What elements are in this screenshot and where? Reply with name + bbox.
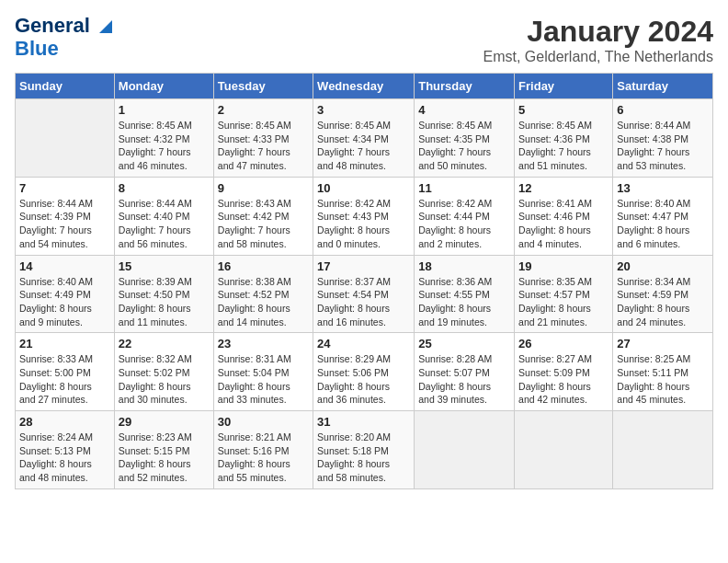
calendar-day-cell — [16, 99, 115, 178]
calendar-day-cell: 30Sunrise: 8:21 AM Sunset: 5:16 PM Dayli… — [213, 411, 313, 489]
calendar-day-cell — [515, 411, 613, 489]
header: General Blue January 2024 Emst, Gelderla… — [15, 15, 713, 65]
calendar-day-cell: 6Sunrise: 8:44 AM Sunset: 4:38 PM Daylig… — [613, 99, 713, 178]
svg-marker-0 — [99, 20, 112, 33]
day-number: 24 — [317, 337, 410, 350]
day-number: 1 — [119, 103, 210, 117]
day-number: 22 — [119, 337, 210, 350]
calendar-day-cell: 20Sunrise: 8:34 AM Sunset: 4:59 PM Dayli… — [613, 255, 713, 333]
day-info: Sunrise: 8:45 AM Sunset: 4:34 PM Dayligh… — [317, 119, 410, 173]
calendar-day-cell: 1Sunrise: 8:45 AM Sunset: 4:32 PM Daylig… — [114, 99, 213, 178]
day-info: Sunrise: 8:36 AM Sunset: 4:55 PM Dayligh… — [418, 275, 510, 329]
day-info: Sunrise: 8:45 AM Sunset: 4:35 PM Dayligh… — [418, 119, 510, 173]
weekday-header-cell: Wednesday — [313, 74, 415, 99]
calendar-day-cell: 23Sunrise: 8:31 AM Sunset: 5:04 PM Dayli… — [213, 333, 313, 411]
calendar-day-cell: 22Sunrise: 8:32 AM Sunset: 5:02 PM Dayli… — [114, 333, 213, 411]
day-number: 7 — [19, 181, 110, 195]
day-info: Sunrise: 8:45 AM Sunset: 4:33 PM Dayligh… — [218, 119, 309, 173]
calendar-day-cell: 9Sunrise: 8:43 AM Sunset: 4:42 PM Daylig… — [213, 177, 313, 255]
day-info: Sunrise: 8:37 AM Sunset: 4:54 PM Dayligh… — [317, 275, 410, 329]
title-area: January 2024 Emst, Gelderland, The Nethe… — [483, 15, 714, 65]
day-number: 27 — [617, 337, 709, 350]
calendar-day-cell: 19Sunrise: 8:35 AM Sunset: 4:57 PM Dayli… — [515, 255, 613, 333]
day-number: 14 — [19, 259, 110, 273]
day-number: 28 — [19, 415, 110, 429]
day-number: 29 — [119, 415, 210, 429]
day-info: Sunrise: 8:28 AM Sunset: 5:07 PM Dayligh… — [418, 352, 510, 407]
day-number: 21 — [19, 337, 110, 350]
calendar-day-cell — [415, 411, 515, 489]
calendar-day-cell — [613, 411, 713, 489]
day-number: 23 — [218, 337, 309, 350]
calendar-day-cell: 11Sunrise: 8:42 AM Sunset: 4:44 PM Dayli… — [415, 177, 515, 255]
day-number: 11 — [418, 181, 510, 195]
calendar-body: 1Sunrise: 8:45 AM Sunset: 4:32 PM Daylig… — [16, 99, 713, 489]
calendar-day-cell: 13Sunrise: 8:40 AM Sunset: 4:47 PM Dayli… — [613, 177, 713, 255]
day-info: Sunrise: 8:42 AM Sunset: 4:43 PM Dayligh… — [317, 197, 410, 251]
day-info: Sunrise: 8:34 AM Sunset: 4:59 PM Dayligh… — [617, 275, 709, 329]
logo: General Blue — [15, 15, 114, 61]
calendar-week-row: 28Sunrise: 8:24 AM Sunset: 5:13 PM Dayli… — [16, 411, 713, 489]
day-number: 8 — [119, 181, 210, 195]
day-number: 9 — [218, 181, 309, 195]
calendar-day-cell: 2Sunrise: 8:45 AM Sunset: 4:33 PM Daylig… — [213, 99, 313, 178]
day-number: 12 — [518, 181, 609, 195]
day-info: Sunrise: 8:39 AM Sunset: 4:50 PM Dayligh… — [119, 275, 210, 329]
day-number: 26 — [518, 337, 609, 350]
calendar-day-cell: 21Sunrise: 8:33 AM Sunset: 5:00 PM Dayli… — [16, 333, 115, 411]
calendar-week-row: 7Sunrise: 8:44 AM Sunset: 4:39 PM Daylig… — [16, 177, 713, 255]
day-info: Sunrise: 8:44 AM Sunset: 4:40 PM Dayligh… — [119, 197, 210, 251]
day-info: Sunrise: 8:45 AM Sunset: 4:36 PM Dayligh… — [518, 119, 609, 173]
month-title: January 2024 — [483, 15, 714, 49]
day-number: 15 — [119, 259, 210, 273]
day-number: 30 — [218, 415, 309, 429]
day-number: 17 — [317, 259, 410, 273]
calendar-table: SundayMondayTuesdayWednesdayThursdayFrid… — [15, 73, 713, 489]
day-number: 20 — [617, 259, 709, 273]
calendar-day-cell: 27Sunrise: 8:25 AM Sunset: 5:11 PM Dayli… — [613, 333, 713, 411]
day-info: Sunrise: 8:21 AM Sunset: 5:16 PM Dayligh… — [218, 431, 309, 485]
weekday-header-cell: Sunday — [16, 74, 115, 99]
day-info: Sunrise: 8:40 AM Sunset: 4:47 PM Dayligh… — [617, 197, 709, 251]
day-info: Sunrise: 8:32 AM Sunset: 5:02 PM Dayligh… — [119, 352, 210, 407]
calendar-week-row: 1Sunrise: 8:45 AM Sunset: 4:32 PM Daylig… — [16, 99, 713, 178]
day-number: 2 — [218, 103, 309, 117]
calendar-week-row: 21Sunrise: 8:33 AM Sunset: 5:00 PM Dayli… — [16, 333, 713, 411]
calendar-day-cell: 26Sunrise: 8:27 AM Sunset: 5:09 PM Dayli… — [515, 333, 613, 411]
weekday-header-cell: Tuesday — [213, 74, 313, 99]
weekday-header-cell: Thursday — [415, 74, 515, 99]
day-info: Sunrise: 8:20 AM Sunset: 5:18 PM Dayligh… — [317, 431, 410, 485]
day-number: 5 — [518, 103, 609, 117]
calendar-day-cell: 8Sunrise: 8:44 AM Sunset: 4:40 PM Daylig… — [114, 177, 213, 255]
day-number: 19 — [518, 259, 609, 273]
day-number: 31 — [317, 415, 410, 429]
calendar-day-cell: 18Sunrise: 8:36 AM Sunset: 4:55 PM Dayli… — [415, 255, 515, 333]
day-info: Sunrise: 8:31 AM Sunset: 5:04 PM Dayligh… — [218, 352, 309, 407]
calendar-day-cell: 4Sunrise: 8:45 AM Sunset: 4:35 PM Daylig… — [415, 99, 515, 178]
day-number: 3 — [317, 103, 410, 117]
day-info: Sunrise: 8:25 AM Sunset: 5:11 PM Dayligh… — [617, 352, 709, 407]
day-info: Sunrise: 8:44 AM Sunset: 4:38 PM Dayligh… — [617, 119, 709, 173]
weekday-header-row: SundayMondayTuesdayWednesdayThursdayFrid… — [16, 74, 713, 99]
calendar-day-cell: 29Sunrise: 8:23 AM Sunset: 5:15 PM Dayli… — [114, 411, 213, 489]
day-number: 4 — [418, 103, 510, 117]
day-number: 13 — [617, 181, 709, 195]
day-number: 10 — [317, 181, 410, 195]
calendar-day-cell: 14Sunrise: 8:40 AM Sunset: 4:49 PM Dayli… — [16, 255, 115, 333]
day-info: Sunrise: 8:33 AM Sunset: 5:00 PM Dayligh… — [19, 352, 110, 407]
calendar-day-cell: 17Sunrise: 8:37 AM Sunset: 4:54 PM Dayli… — [313, 255, 415, 333]
location-title: Emst, Gelderland, The Netherlands — [483, 49, 714, 65]
calendar-week-row: 14Sunrise: 8:40 AM Sunset: 4:49 PM Dayli… — [16, 255, 713, 333]
day-info: Sunrise: 8:41 AM Sunset: 4:46 PM Dayligh… — [518, 197, 609, 251]
calendar-day-cell: 12Sunrise: 8:41 AM Sunset: 4:46 PM Dayli… — [515, 177, 613, 255]
day-number: 25 — [418, 337, 510, 350]
calendar-day-cell: 25Sunrise: 8:28 AM Sunset: 5:07 PM Dayli… — [415, 333, 515, 411]
calendar-day-cell: 31Sunrise: 8:20 AM Sunset: 5:18 PM Dayli… — [313, 411, 415, 489]
day-info: Sunrise: 8:24 AM Sunset: 5:13 PM Dayligh… — [19, 431, 110, 485]
day-info: Sunrise: 8:45 AM Sunset: 4:32 PM Dayligh… — [119, 119, 210, 173]
calendar-day-cell: 10Sunrise: 8:42 AM Sunset: 4:43 PM Dayli… — [313, 177, 415, 255]
day-number: 6 — [617, 103, 709, 117]
day-info: Sunrise: 8:40 AM Sunset: 4:49 PM Dayligh… — [19, 275, 110, 329]
day-info: Sunrise: 8:43 AM Sunset: 4:42 PM Dayligh… — [218, 197, 309, 251]
day-info: Sunrise: 8:42 AM Sunset: 4:44 PM Dayligh… — [418, 197, 510, 251]
